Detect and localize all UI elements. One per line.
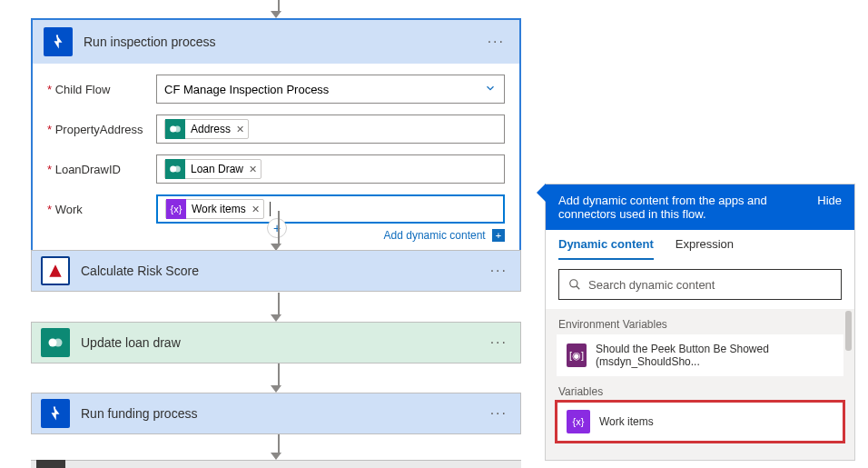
search-icon xyxy=(568,278,581,291)
flow-icon xyxy=(41,399,70,428)
childflow-select[interactable]: CF Manage Inspection Process xyxy=(156,75,505,104)
param-label-address: PropertyAddress xyxy=(47,123,156,136)
tab-dynamic-content[interactable]: Dynamic content xyxy=(558,237,654,260)
svg-point-3 xyxy=(174,166,181,173)
dyn-item-env-shouldpeek[interactable]: [◉] Should the Peek Button Be Showed (ms… xyxy=(557,334,843,376)
card-menu-button[interactable]: ··· xyxy=(487,334,511,351)
svg-point-6 xyxy=(570,280,577,287)
param-label-loandraw: LoanDrawID xyxy=(47,163,156,176)
section-vars: Variables xyxy=(546,376,854,402)
dataverse-icon xyxy=(165,159,185,179)
flow-icon xyxy=(44,27,73,56)
chevron-down-icon xyxy=(484,82,497,97)
loandraw-input[interactable]: Loan Draw ✕ xyxy=(156,154,505,184)
token-remove-icon[interactable]: ✕ xyxy=(249,164,257,175)
dataverse-icon xyxy=(41,328,70,357)
model-icon xyxy=(41,256,70,285)
token-remove-icon[interactable]: ✕ xyxy=(252,204,260,215)
work-input[interactable]: {x} Work items ✕ xyxy=(156,194,505,224)
tab-expression[interactable]: Expression xyxy=(676,237,734,260)
dyn-item-var-workitems[interactable]: {x} Work items xyxy=(557,402,843,442)
variable-icon: {x} xyxy=(166,199,186,219)
param-label-work: Work xyxy=(47,203,156,216)
env-var-icon: [◉] xyxy=(567,344,587,367)
action-card-placeholder[interactable] xyxy=(31,460,521,468)
svg-line-7 xyxy=(577,286,580,290)
panel-headline: Add dynamic content from the apps and co… xyxy=(558,194,817,221)
card-title: Calculate Risk Score xyxy=(81,264,487,278)
action-card-update-draw[interactable]: Update loan draw ··· xyxy=(31,322,521,363)
card-menu-button[interactable]: ··· xyxy=(484,34,508,50)
param-label-childflow: Child Flow xyxy=(47,83,156,96)
svg-point-5 xyxy=(54,339,63,347)
section-env: Environment Variables xyxy=(546,309,854,334)
token-workitems[interactable]: {x} Work items ✕ xyxy=(165,199,264,219)
hide-panel-link[interactable]: Hide xyxy=(817,194,842,221)
card-menu-button[interactable]: ··· xyxy=(487,263,511,279)
variable-icon: {x} xyxy=(567,410,590,433)
dynamic-content-panel: Add dynamic content from the apps and co… xyxy=(545,184,855,461)
token-loandraw[interactable]: Loan Draw ✕ xyxy=(164,159,261,179)
svg-point-1 xyxy=(174,126,181,133)
token-address[interactable]: Address ✕ xyxy=(164,119,249,139)
card-title: Run inspection process xyxy=(84,35,484,49)
token-remove-icon[interactable]: ✕ xyxy=(236,124,244,135)
search-input[interactable]: Search dynamic content xyxy=(558,269,842,300)
card-menu-button[interactable]: ··· xyxy=(487,405,511,422)
card-title: Run funding process xyxy=(81,406,487,421)
scrollbar[interactable] xyxy=(845,311,852,351)
address-input[interactable]: Address ✕ xyxy=(156,115,505,144)
action-card-risk[interactable]: Calculate Risk Score ··· xyxy=(31,250,521,292)
dataverse-icon xyxy=(165,119,185,139)
panel-pointer xyxy=(537,184,546,202)
text-cursor xyxy=(270,202,271,216)
action-card-funding[interactable]: Run funding process ··· xyxy=(31,393,521,434)
plus-icon: + xyxy=(492,229,505,242)
card-title: Update loan draw xyxy=(81,335,487,350)
